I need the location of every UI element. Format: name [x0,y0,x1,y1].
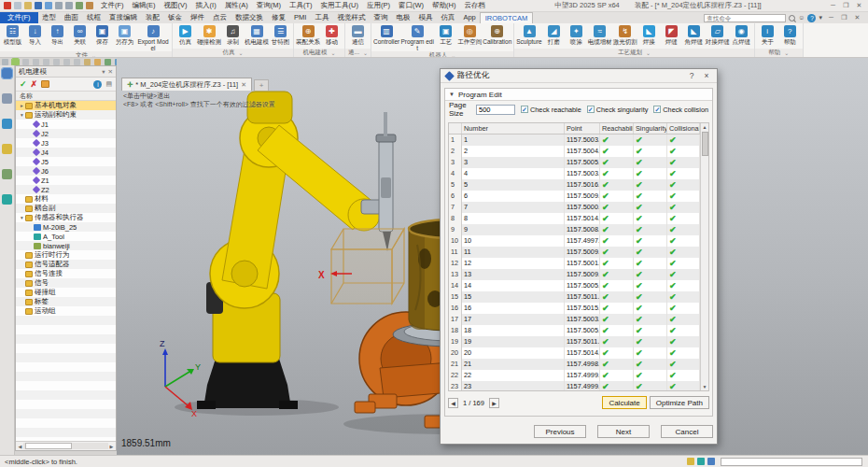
page-size-input[interactable] [476,105,515,115]
cancel-button[interactable]: ✗ [31,78,38,91]
tree-item-J6[interactable]: J6 [16,166,116,176]
mechatronics-button[interactable]: ▦机电建模 [245,24,269,45]
open-file-icon[interactable] [24,2,32,9]
menu-item[interactable]: 帮助(H) [428,0,459,11]
program-edit-button[interactable]: ✎Program edit [400,24,434,51]
scroll-up-icon[interactable]: ▲ [703,123,707,131]
link-button[interactable]: ∞关联 [69,24,91,45]
roles-panel-icon[interactable] [2,119,12,129]
menu-item[interactable]: 视图(V) [161,0,191,11]
collision-check-button[interactable]: ✱碰撞检测 [197,24,221,45]
tree-item-标签[interactable]: 标签 [16,297,116,306]
ribbon-tab-数据交换[interactable]: 数据交换 [231,12,268,23]
ribbon-tab-装配[interactable]: 装配 [142,12,164,23]
weld-seam-button[interactable]: ◤焊缝 [661,24,682,45]
export-model-button[interactable]: ♪Export Model [136,24,170,51]
save-as-button[interactable]: ▣另存为 [114,24,135,45]
calculate-button[interactable]: Calculate [602,396,646,409]
sculpture-button[interactable]: ▲Sculpture [516,24,541,45]
brush-icon[interactable] [84,59,91,65]
tree-item-耦合副[interactable]: 耦合副 [16,204,116,213]
align-vertical-icon[interactable] [33,59,39,65]
page-next-button[interactable]: ▶ [489,398,499,408]
weld-button[interactable]: ◣焊接 [638,24,660,45]
table-row[interactable]: 991157.5008...✔✔✔ [449,224,700,235]
tree-item-传感器和执行器[interactable]: ▾传感器和执行器 [16,213,116,222]
minimize-icon[interactable]: ─ [827,0,839,11]
ribbon-tab-点云[interactable]: 点云 [209,12,231,23]
panel-close-icon[interactable]: ✕ [108,68,113,76]
table-row[interactable]: 111157.5003...✔✔✔ [449,134,700,146]
ribbon-tab-视觉样式[interactable]: 视觉样式 [333,12,370,23]
menu-item[interactable]: 应用(P) [363,0,394,11]
page-previous-button[interactable]: ◀ [448,398,458,408]
file-menu-button[interactable]: 文件(F) [0,12,38,23]
panel-minimize-icon[interactable]: ▾ [102,68,105,76]
group-dialog-launcher-icon[interactable]: ⌄ [238,50,243,56]
redo-icon[interactable] [65,2,73,9]
history-panel-icon[interactable] [2,93,12,104]
panel-status-icon[interactable] [707,458,715,465]
tree-item-Z1[interactable]: Z1 [16,176,116,185]
tree-item-bianweiji[interactable]: bianweiji [16,241,116,250]
model-tree-button[interactable]: ☷模型版 [2,24,23,45]
simulate-button[interactable]: ▶仿真 [175,24,196,45]
save-button[interactable]: ▣保存 [91,24,113,45]
menu-item[interactable]: 云存档 [460,0,489,11]
previous-button[interactable]: Previous [534,425,586,438]
menu-item[interactable]: 实用工具(U) [317,0,362,11]
ribbon-options-caret-icon[interactable]: ▾ [819,13,822,22]
communication-button[interactable]: ▬通信 [347,24,369,45]
menu-item[interactable]: 文件(F) [97,0,128,11]
tree-item-J5[interactable]: J5 [16,157,116,166]
ribbon-tab-线框[interactable]: 线框 [83,12,105,23]
tree-item-运动组[interactable]: 运动组 [16,306,116,316]
tree-item-碰撞组[interactable]: 碰撞组 [16,288,116,297]
new-file-icon[interactable] [14,2,21,9]
library-panel-icon[interactable] [2,144,12,154]
view-panel-icon[interactable] [2,169,12,179]
save-icon[interactable] [35,2,42,9]
ribbon-tab-直接编辑[interactable]: 直接编辑 [105,12,142,23]
table-row[interactable]: 11111157.5009...✔✔✔ [449,247,700,258]
info-button[interactable]: i [93,80,102,89]
ribbon-tab-工具[interactable]: 工具 [311,12,333,23]
menu-item[interactable]: 编辑(E) [129,0,160,11]
group-dialog-launcher-icon[interactable]: ⌄ [646,50,651,56]
table-row[interactable]: 23231157.4999...✔✔✔ [449,381,700,390]
search-icon[interactable] [789,15,795,21]
help-icon[interactable]: ? [807,14,816,22]
manager-panel-icon[interactable] [2,68,12,78]
ribbon-tab-App[interactable]: App [459,12,480,23]
move-button[interactable]: ✚移动 [321,24,343,45]
ribbon-tab-模具[interactable]: 模具 [414,12,437,23]
ribbon-tab-PMI[interactable]: PMI [290,12,311,23]
selection-filter-icon[interactable] [2,59,8,65]
close-icon[interactable]: ✕ [851,12,863,23]
assistant-panel-icon[interactable] [2,194,12,205]
tree-item-基本机电对象[interactable]: ▸基本机电对象 [16,101,116,110]
table-vertical-scrollbar[interactable]: ▲ ▼ [700,123,708,390]
menu-item[interactable]: 工具(T) [286,0,316,11]
scroll-left-icon[interactable]: ◀ [17,444,23,449]
tree-item-J1[interactable]: J1 [16,120,116,129]
calibration-button[interactable]: ⊕Calibration [483,24,511,45]
table-row[interactable]: 17171157.5003...✔✔✔ [449,314,700,325]
pin-2-icon[interactable] [53,59,60,65]
table-row[interactable]: 661157.5009...✔✔✔ [449,191,700,202]
table-row[interactable]: 331157.5005...✔✔✔ [449,157,700,168]
fit-window-icon[interactable] [12,59,19,65]
panel-horizontal-scrollbar[interactable]: ◀ ▶ [16,441,116,450]
scroll-right-icon[interactable]: ▶ [108,444,115,449]
dialog-titlebar[interactable]: 路径优化 ? × [441,69,717,83]
tab-close-icon[interactable]: ✕ [241,81,246,89]
table-row[interactable]: 12121157.5001...✔✔✔ [449,258,700,269]
pin-1-icon[interactable] [43,59,49,65]
scroll-down-icon[interactable]: ▼ [703,383,707,390]
gantt-button[interactable]: ☰甘特图 [270,24,291,45]
layer-status-icon[interactable] [687,458,694,465]
pick-mode-button[interactable]: ▤ [105,80,112,88]
table-row[interactable]: 18181157.5005...✔✔✔ [449,325,700,336]
document-tab[interactable]: ✛ * M_204定位机床摆程序.Z3 - [11] ✕ [121,78,252,91]
checkbox-check-singularity[interactable]: ✓Check singularity [587,106,649,114]
